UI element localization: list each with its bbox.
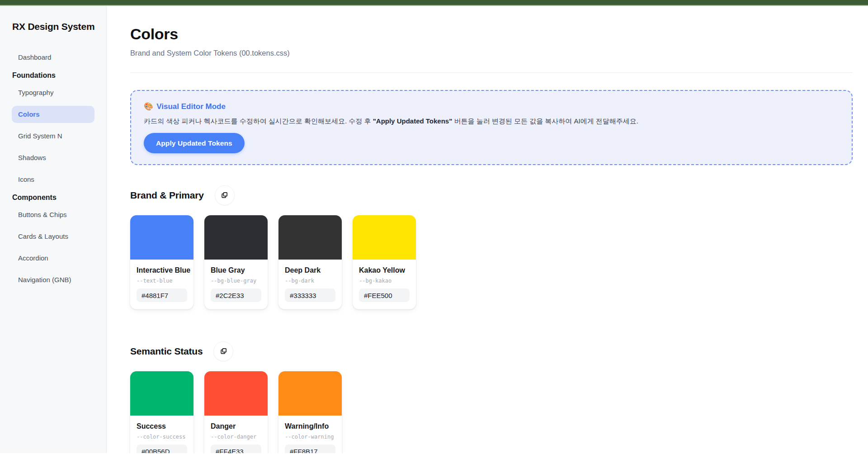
- page-title: Colors: [130, 26, 853, 43]
- color-swatch-picker-kakao-yellow[interactable]: [353, 215, 416, 260]
- hex-code-input-danger[interactable]: [211, 445, 261, 453]
- header-divider: [130, 72, 853, 73]
- hex-code-input-deep-dark[interactable]: [285, 288, 335, 302]
- sidebar-item-icons[interactable]: Icons: [12, 171, 94, 188]
- color-swatch-picker-success[interactable]: [130, 371, 193, 416]
- css-token-name: --color-danger: [211, 434, 261, 440]
- section-title: Semantic Status: [130, 346, 203, 357]
- copy-brand-primary-button[interactable]: [215, 185, 235, 205]
- sidebar-item-typography[interactable]: Typography: [12, 84, 94, 101]
- color-card-body: Interactive Blue --text-blue: [130, 260, 193, 309]
- color-name: Blue Gray: [211, 266, 261, 275]
- color-card-grid: Interactive Blue --text-blue Blue Gray -…: [130, 215, 853, 309]
- css-token-name: --text-blue: [137, 278, 187, 284]
- sidebar-nav: DashboardFoundationsTypographyColorsGrid…: [0, 49, 106, 288]
- color-card-kakao-yellow: Kakao Yellow --bg-kakao: [353, 215, 416, 309]
- section-head: Semantic Status: [130, 341, 853, 361]
- color-card-warning-info: Warning/Info --color-warning: [278, 371, 342, 453]
- color-swatch-picker-warning-info[interactable]: [278, 371, 342, 416]
- sidebar-item-navigation-gnb[interactable]: Navigation (GNB): [12, 271, 94, 288]
- banner-description: 카드의 색상 피커나 헥사코드를 수정하여 실시간으로 확인해보세요. 수정 후…: [144, 116, 839, 126]
- banner-title: 🎨Visual Editor Mode: [144, 102, 839, 112]
- sidebar-item-grid-system-n[interactable]: Grid System N: [12, 128, 94, 145]
- sidebar-item-shadows[interactable]: Shadows: [12, 149, 94, 166]
- sidebar-section-components: Components: [0, 190, 106, 205]
- css-token-name: --bg-kakao: [359, 278, 410, 284]
- css-token-name: --color-warning: [285, 434, 335, 440]
- color-swatch-picker-blue-gray[interactable]: [204, 215, 268, 260]
- color-card-interactive-blue: Interactive Blue --text-blue: [130, 215, 193, 309]
- app-title: RX Design System: [0, 21, 106, 33]
- token-sections: Brand & Primary Interactive Blue --text-…: [130, 185, 853, 453]
- banner-text-suffix: 버튼을 눌러 변경된 모든 값을 복사하여 AI에게 전달해주세요.: [452, 117, 638, 125]
- color-name: Warning/Info: [285, 422, 335, 431]
- palette-icon: 🎨: [144, 102, 153, 111]
- main-content: Colors Brand and System Color Tokens (00…: [107, 6, 868, 453]
- app-window: RX Design System DashboardFoundationsTyp…: [0, 6, 868, 453]
- color-card-body: Deep Dark --bg-dark: [278, 260, 342, 309]
- color-card-deep-dark: Deep Dark --bg-dark: [278, 215, 342, 309]
- sidebar-item-dashboard[interactable]: Dashboard: [12, 49, 94, 66]
- hex-code-input-success[interactable]: [137, 445, 187, 453]
- color-swatch-picker-deep-dark[interactable]: [278, 215, 342, 260]
- color-card-body: Kakao Yellow --bg-kakao: [353, 260, 416, 309]
- copy-icon: [221, 191, 228, 199]
- color-card-body: Danger --color-danger: [204, 416, 268, 453]
- css-token-name: --color-success: [137, 434, 187, 440]
- banner-title-text: Visual Editor Mode: [156, 102, 226, 111]
- color-name: Kakao Yellow: [359, 266, 410, 275]
- css-token-name: --bg-blue-gray: [211, 278, 261, 284]
- section-brand-primary: Brand & Primary Interactive Blue --text-…: [130, 185, 853, 309]
- color-name: Success: [137, 422, 187, 431]
- hex-code-input-kakao-yellow[interactable]: [359, 288, 410, 302]
- hex-code-input-warning-info[interactable]: [285, 445, 335, 453]
- sidebar-item-accordion[interactable]: Accordion: [12, 250, 94, 267]
- page-subtitle: Brand and System Color Tokens (00.tokens…: [130, 48, 853, 58]
- color-card-body: Blue Gray --bg-blue-gray: [204, 260, 268, 309]
- apply-updated-tokens-button[interactable]: Apply Updated Tokens: [144, 133, 245, 153]
- section-title: Brand & Primary: [130, 190, 204, 201]
- color-name: Deep Dark: [285, 266, 335, 275]
- hex-code-input-interactive-blue[interactable]: [137, 288, 187, 302]
- sidebar: RX Design System DashboardFoundationsTyp…: [0, 6, 107, 453]
- color-card-body: Success --color-success: [130, 416, 193, 453]
- sidebar-item-cards-layouts[interactable]: Cards & Layouts: [12, 228, 94, 245]
- section-head: Brand & Primary: [130, 185, 853, 205]
- color-card-body: Warning/Info --color-warning: [278, 416, 342, 453]
- section-semantic-status: Semantic Status Success --color-success …: [130, 341, 853, 453]
- color-card-grid: Success --color-success Danger --color-d…: [130, 371, 853, 453]
- sidebar-item-colors[interactable]: Colors: [12, 106, 94, 123]
- color-card-success: Success --color-success: [130, 371, 193, 453]
- sidebar-section-foundations: Foundations: [0, 68, 106, 83]
- sidebar-item-buttons-chips[interactable]: Buttons & Chips: [12, 206, 94, 223]
- color-swatch-picker-interactive-blue[interactable]: [130, 215, 193, 260]
- color-swatch-picker-danger[interactable]: [204, 371, 268, 416]
- browser-theme-strip: [0, 0, 868, 6]
- color-card-danger: Danger --color-danger: [204, 371, 268, 453]
- color-card-blue-gray: Blue Gray --bg-blue-gray: [204, 215, 268, 309]
- color-name: Danger: [211, 422, 261, 431]
- banner-text-bold: "Apply Updated Tokens": [373, 117, 453, 125]
- copy-icon: [220, 347, 227, 355]
- hex-code-input-blue-gray[interactable]: [211, 288, 261, 302]
- copy-semantic-status-button[interactable]: [213, 341, 233, 361]
- css-token-name: --bg-dark: [285, 278, 335, 284]
- banner-text-prefix: 카드의 색상 피커나 헥사코드를 수정하여 실시간으로 확인해보세요. 수정 후: [144, 117, 373, 125]
- visual-editor-banner: 🎨Visual Editor Mode 카드의 색상 피커나 헥사코드를 수정하…: [130, 90, 853, 165]
- color-name: Interactive Blue: [137, 266, 187, 275]
